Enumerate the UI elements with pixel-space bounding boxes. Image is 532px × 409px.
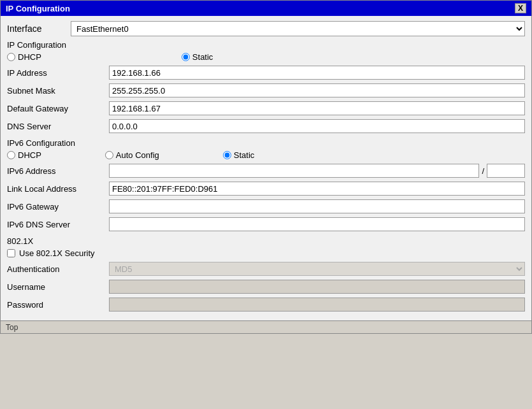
ip-mode-row: DHCP Static — [7, 52, 525, 62]
dns-server-row: DNS Server — [7, 119, 525, 133]
ipv6-dhcp-radio[interactable] — [7, 151, 15, 159]
ip-config-section-label: IP Configuration — [7, 40, 525, 50]
ip-configuration-window: IP Configuration X Interface FastEtherne… — [0, 0, 532, 334]
dhcp-radio-group: DHCP — [7, 52, 41, 62]
interface-row: Interface FastEthernet0 — [7, 21, 525, 36]
ipv6-prefix-input[interactable] — [487, 164, 525, 178]
username-row: Username — [7, 280, 525, 294]
default-gateway-row: Default Gateway — [7, 101, 525, 115]
ipv6-autoconfig-radio-group: Auto Config — [105, 150, 159, 160]
ipv6-gateway-row: IPv6 Gateway — [7, 199, 525, 213]
ip-address-input[interactable] — [109, 66, 525, 80]
ipv6-config-section-label: IPv6 Configuration — [7, 138, 525, 148]
password-label: Password — [7, 300, 109, 310]
use-security-row: Use 802.1X Security — [7, 248, 525, 258]
ipv6-dhcp-radio-group: DHCP — [7, 150, 41, 160]
ipv6-gateway-input[interactable] — [109, 199, 525, 213]
username-input[interactable] — [109, 280, 525, 294]
link-local-row: Link Local Address — [7, 182, 525, 196]
ipv6-dns-row: IPv6 DNS Server — [7, 217, 525, 231]
auth-label: Authentication — [7, 264, 109, 274]
static-radio[interactable] — [182, 53, 190, 61]
ipv6-gateway-label: IPv6 Gateway — [7, 202, 109, 212]
subnet-mask-row: Subnet Mask — [7, 83, 525, 97]
auth-row: Authentication MD5 — [7, 262, 525, 276]
ipv6-dns-label: IPv6 DNS Server — [7, 220, 109, 229]
bottom-label: Top — [6, 323, 18, 332]
ipv6-dns-input[interactable] — [109, 217, 525, 231]
default-gateway-label: Default Gateway — [7, 104, 109, 113]
window-title: IP Configuration — [6, 4, 70, 13]
use-security-label: Use 802.1X Security — [19, 248, 95, 258]
ipv6-address-input[interactable] — [109, 164, 479, 178]
ipv6-autoconfig-radio[interactable] — [105, 151, 113, 159]
ipv6-slash: / — [479, 166, 487, 176]
ipv6-autoconfig-label: Auto Config — [116, 150, 159, 160]
bottom-bar: Top — [1, 320, 531, 333]
use-security-checkbox[interactable] — [7, 249, 15, 257]
ipv6-mode-row: DHCP Auto Config Static — [7, 150, 525, 160]
default-gateway-input[interactable] — [109, 101, 525, 115]
dot1x-section-label: 802.1X — [7, 236, 525, 246]
password-row: Password — [7, 298, 525, 312]
content-area: Interface FastEthernet0 IP Configuration… — [1, 16, 531, 320]
subnet-mask-input[interactable] — [109, 83, 525, 97]
static-label: Static — [192, 52, 213, 62]
ipv6-static-radio-group: Static — [223, 150, 255, 160]
ip-address-row: IP Address — [7, 66, 525, 80]
link-local-label: Link Local Address — [7, 184, 109, 194]
ipv6-dhcp-label: DHCP — [18, 150, 41, 160]
link-local-input[interactable] — [109, 182, 525, 196]
dns-server-label: DNS Server — [7, 122, 109, 131]
close-button[interactable]: X — [515, 3, 526, 13]
title-bar: IP Configuration X — [1, 1, 531, 16]
dhcp-label: DHCP — [18, 52, 41, 62]
static-radio-group: Static — [182, 52, 213, 62]
ipv6-static-label: Static — [234, 150, 255, 160]
subnet-mask-label: Subnet Mask — [7, 86, 109, 96]
dns-server-input[interactable] — [109, 119, 525, 133]
ip-address-label: IP Address — [7, 68, 109, 78]
ipv6-address-label: IPv6 Address — [7, 166, 109, 176]
password-input[interactable] — [109, 298, 525, 312]
username-label: Username — [7, 282, 109, 292]
ipv6-address-row: IPv6 Address / — [7, 164, 525, 178]
interface-select[interactable]: FastEthernet0 — [71, 21, 525, 36]
interface-label: Interface — [7, 24, 71, 34]
auth-select[interactable]: MD5 — [109, 262, 525, 276]
ipv6-static-radio[interactable] — [223, 151, 231, 159]
dhcp-radio[interactable] — [7, 53, 15, 61]
